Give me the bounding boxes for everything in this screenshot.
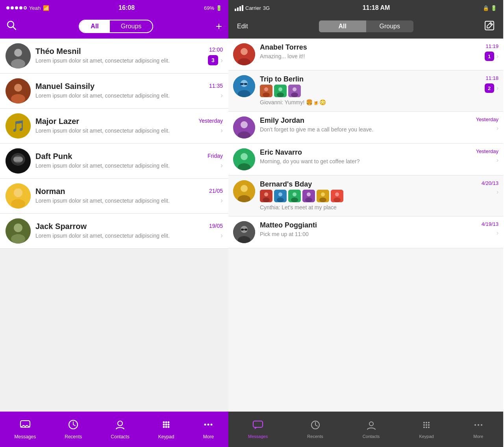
left-status-left: Yeah 📶	[6, 5, 49, 11]
dot-5	[24, 6, 27, 9]
b-mini-1	[260, 190, 272, 202]
left-panel: Yeah 📶 16:08 69% 🔋 All Groups +	[0, 0, 228, 447]
contact-item-theo[interactable]: Théo Mesnil Lorem ipsum dolor sit amet, …	[0, 39, 228, 74]
msg-meta-emily: Yesterday ›	[476, 116, 498, 132]
b-mini-6	[331, 190, 343, 202]
avatar-anabel	[233, 43, 255, 65]
messages-icon	[20, 419, 31, 432]
right-filter-groups-btn[interactable]: Groups	[366, 20, 413, 32]
dot-3	[15, 6, 18, 9]
contact-item-daft[interactable]: Daft Punk Lorem ipsum dolor sit amet, co…	[0, 144, 228, 179]
right-tab-messages[interactable]: Messages	[248, 420, 268, 439]
message-item-emily[interactable]: Emily Jordan Don't forget to give me a c…	[228, 112, 503, 144]
svg-rect-44	[244, 83, 247, 85]
svg-point-97	[423, 427, 425, 428]
contact-preview-jack: Lorem ipsum dolor sit amet, consectetur …	[35, 232, 204, 240]
left-tab-more-label: More	[203, 434, 214, 440]
right-battery-icon: 🔋	[491, 5, 497, 11]
right-filter-toggle: All Groups	[319, 20, 413, 32]
avatar-theo	[6, 43, 31, 68]
msg-meta-matteo: 4/19/13 ›	[482, 221, 498, 236]
left-tab-keypad[interactable]: Keypad	[158, 419, 174, 440]
left-tab-contacts[interactable]: Contacts	[111, 419, 129, 440]
msg-preview-trip: Giovanni: Yummy! 🍔🍺😳	[260, 99, 480, 107]
signal-dots	[6, 6, 27, 9]
avatar-eric	[233, 148, 255, 170]
msg-name-eric: Eric Navarro	[260, 148, 471, 157]
contact-item-manuel[interactable]: Manuel Sainsily Lorem ipsum dolor sit am…	[0, 74, 228, 109]
contact-info-theo: Théo Mesnil Lorem ipsum dolor sit amet, …	[35, 47, 203, 65]
badge-chevron-daft: ›	[220, 161, 223, 170]
svg-point-75	[305, 198, 312, 202]
right-more-icon	[473, 420, 484, 432]
svg-rect-35	[485, 21, 494, 30]
chevron-jack: ›	[220, 231, 223, 240]
svg-point-69	[277, 198, 284, 202]
msg-preview-matteo: Pick me up at 11:00	[260, 231, 477, 238]
right-tab-keypad[interactable]: Keypad	[419, 420, 434, 439]
right-filter-all-btn[interactable]: All	[319, 20, 366, 32]
msg-chevron-bernard: ›	[497, 188, 498, 196]
contact-time-jack: 19/05	[209, 223, 223, 229]
svg-point-3	[14, 49, 22, 57]
contact-info-daft: Daft Punk Lorem ipsum dolor sit amet, co…	[35, 152, 203, 170]
svg-point-74	[307, 192, 311, 196]
contact-preview-daft: Lorem ipsum dolor sit amet, consectetur …	[35, 162, 203, 170]
left-tab-recents[interactable]: Recents	[65, 419, 82, 440]
right-tab-contacts-label: Contacts	[363, 434, 380, 439]
mini-avatar-3	[288, 85, 301, 97]
filter-all-btn[interactable]: All	[80, 20, 109, 32]
badge-chevron-theo: 3 ›	[208, 55, 223, 65]
message-item-bernard[interactable]: Bernard's Bday	[228, 175, 503, 217]
left-tab-more[interactable]: More	[203, 419, 214, 440]
svg-point-33	[208, 424, 209, 426]
add-contact-button[interactable]: +	[216, 20, 222, 33]
filter-groups-btn[interactable]: Groups	[110, 20, 152, 32]
contact-item-jack[interactable]: Jack Sparrow Lorem ipsum dolor sit amet,…	[0, 214, 228, 249]
battery-pct: 69%	[204, 5, 214, 11]
svg-point-22	[118, 421, 122, 426]
msg-badge-anabel: 1	[485, 52, 494, 61]
right-tab-contacts[interactable]: Contacts	[363, 420, 380, 439]
svg-rect-85	[241, 229, 244, 231]
right-tab-more[interactable]: More	[473, 420, 484, 439]
contact-item-norman[interactable]: Norman Lorem ipsum dolor sit amet, conse…	[0, 179, 228, 214]
group-avatars-trip	[260, 85, 480, 97]
svg-point-15	[14, 188, 22, 197]
contact-item-major[interactable]: 🎵 Major Lazer Lorem ipsum dolor sit amet…	[0, 109, 228, 144]
svg-point-50	[278, 87, 282, 91]
msg-badge-chevron-matteo: ›	[497, 229, 498, 236]
svg-point-18	[14, 224, 22, 232]
message-item-matteo[interactable]: Matteo Poggianti Pick me up at 11:00 4/1…	[228, 216, 503, 248]
contact-time-norman: 21/05	[209, 188, 223, 194]
svg-point-99	[428, 427, 430, 428]
message-item-anabel[interactable]: Anabel Torres Amazing... love it!! 11:19…	[228, 39, 503, 70]
dot-1	[6, 6, 9, 9]
right-tab-recents[interactable]: Recents	[307, 420, 323, 439]
msg-name-anabel: Anabel Torres	[260, 43, 480, 52]
left-tab-messages[interactable]: Messages	[15, 419, 36, 440]
contact-preview-manuel: Lorem ipsum dolor sit amet, consectetur …	[35, 92, 204, 100]
svg-point-4	[11, 59, 25, 68]
svg-point-38	[241, 48, 248, 55]
message-item-trip[interactable]: Trip to Berlin Giovanni: Yummy! 🍔🍺😳 11:1…	[228, 70, 503, 112]
svg-point-91	[423, 422, 425, 423]
msg-content-emily: Emily Jordan Don't forget to give me a c…	[260, 116, 471, 134]
mini-avatar-1	[260, 85, 272, 97]
svg-point-28	[168, 424, 170, 426]
search-icon[interactable]	[6, 20, 17, 33]
right-tab-keypad-label: Keypad	[419, 434, 434, 439]
msg-name-emily: Emily Jordan	[260, 116, 471, 125]
edit-button[interactable]: Edit	[234, 21, 251, 31]
more-icon-left	[203, 419, 214, 432]
right-messages-icon	[253, 420, 263, 432]
msg-name-matteo: Matteo Poggianti	[260, 221, 477, 229]
right-status-right: 🔒 🔋	[483, 5, 497, 11]
message-item-eric[interactable]: Eric Navarro Morning, do you want to get…	[228, 144, 503, 175]
msg-meta-anabel: 11:19 1 ›	[485, 43, 498, 61]
right-tab-messages-label: Messages	[248, 434, 268, 439]
bar-4	[242, 5, 243, 11]
svg-point-26	[163, 424, 165, 426]
compose-button[interactable]	[481, 19, 498, 34]
bar-1	[235, 9, 236, 11]
